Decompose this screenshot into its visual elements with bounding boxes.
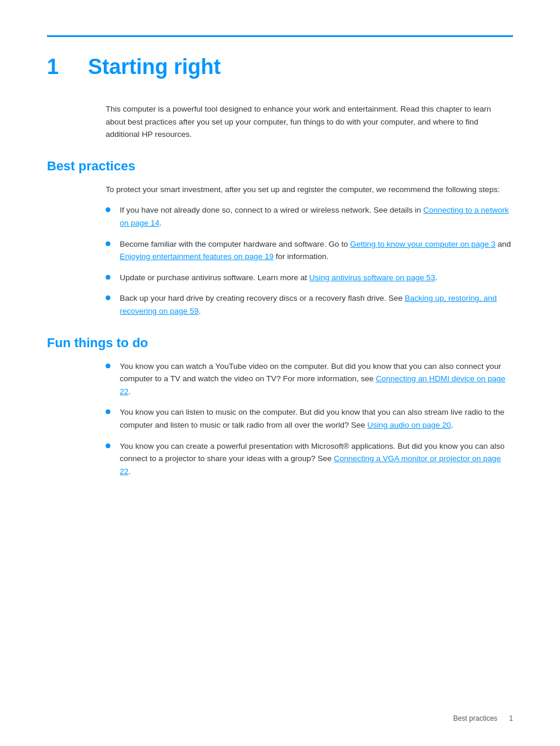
bullet-2-text-before: Become familiar with the computer hardwa… [120, 240, 350, 248]
bullet-text: You know you can watch a YouTube video o… [120, 360, 513, 398]
bullet-dot [106, 295, 110, 300]
bullet-text: Become familiar with the computer hardwa… [120, 238, 513, 263]
bullet-2-text-after: for information. [274, 252, 329, 261]
bullet-dot [106, 409, 110, 414]
list-item: Become familiar with the computer hardwa… [106, 238, 513, 263]
bullet-dot [106, 364, 110, 368]
bullet-1-text-after: . [160, 219, 162, 227]
top-border [47, 35, 513, 37]
page-footer: Best practices 1 [453, 714, 513, 723]
chapter-number: 1 [47, 55, 70, 79]
intro-paragraph: This computer is a powerful tool designe… [106, 103, 513, 141]
fun-things-list: You know you can watch a YouTube video o… [106, 360, 513, 478]
bullet-text: You know you can listen to music on the … [120, 406, 513, 431]
section-fun-things: Fun things to do You know you can watch … [47, 335, 513, 478]
bullet-text: If you have not already done so, connect… [120, 204, 513, 229]
bullet-1-text-before: If you have not already done so, connect… [120, 206, 423, 214]
fun-bullet-1-text-after: . [129, 387, 131, 396]
chapter-header: 1 Starting right [47, 55, 513, 79]
best-practices-heading: Best practices [47, 159, 513, 174]
link-antivirus[interactable]: Using antivirus software on page 53 [309, 273, 436, 282]
bullet-text: You know you can create a powerful prese… [120, 440, 513, 478]
list-item: You know you can listen to music on the … [106, 406, 513, 431]
list-item: You know you can watch a YouTube video o… [106, 360, 513, 398]
footer-page-number: 1 [509, 714, 513, 723]
bullet-dot [106, 207, 110, 212]
list-item: Update or purchase antivirus software. L… [106, 271, 513, 284]
best-practices-intro: To protect your smart investment, after … [106, 183, 513, 196]
bullet-dot [106, 241, 110, 246]
section-best-practices: Best practices To protect your smart inv… [47, 159, 513, 318]
bullet-3-text-before: Update or purchase antivirus software. L… [120, 273, 309, 282]
bullet-text: Update or purchase antivirus software. L… [120, 271, 513, 284]
page: 1 Starting right This computer is a powe… [0, 0, 560, 746]
fun-bullet-3-text-after: . [129, 467, 131, 476]
list-item: Back up your hard drive by creating reco… [106, 292, 513, 317]
bullet-4-text-after: . [198, 307, 201, 315]
best-practices-list: If you have not already done so, connect… [106, 204, 513, 317]
bullet-4-text-before: Back up your hard drive by creating reco… [120, 294, 404, 303]
chapter-title: Starting right [88, 55, 221, 79]
fun-things-heading: Fun things to do [47, 335, 513, 351]
bullet-2-text-middle: and [495, 240, 511, 248]
link-using-audio[interactable]: Using audio on page 20 [367, 421, 451, 429]
footer-section-label: Best practices [453, 714, 497, 723]
bullet-3-text-after: . [435, 273, 437, 282]
link-entertainment-features[interactable]: Enjoying entertainment features on page … [120, 252, 274, 261]
list-item: You know you can create a powerful prese… [106, 440, 513, 478]
link-getting-to-know[interactable]: Getting to know your computer on page 3 [350, 240, 495, 248]
bullet-text: Back up your hard drive by creating reco… [120, 292, 513, 317]
bullet-dot [106, 275, 110, 280]
list-item: If you have not already done so, connect… [106, 204, 513, 229]
bullet-dot [106, 443, 110, 448]
fun-bullet-2-text-after: . [451, 421, 453, 429]
